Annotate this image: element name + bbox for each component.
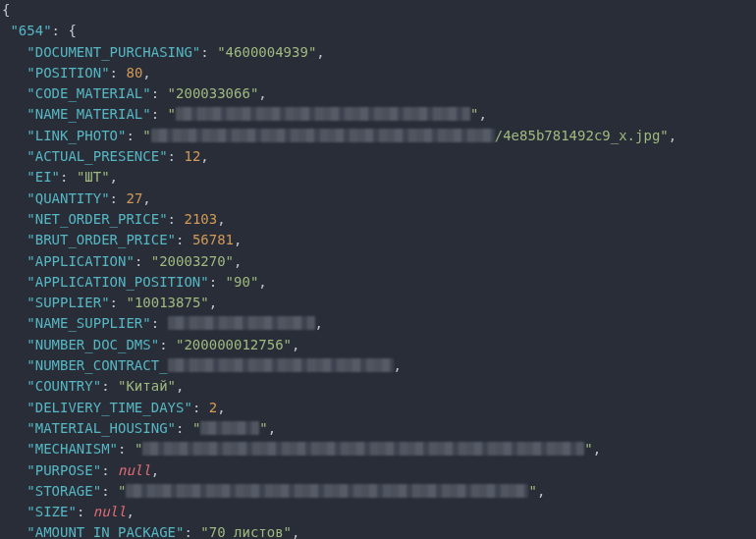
field-key: "NAME_SUPPLIER" bbox=[27, 315, 150, 331]
field-key: "AMOUNT_IN_PACKAGE" bbox=[27, 524, 184, 539]
field-value: , bbox=[168, 315, 323, 331]
field-value: "10013875", bbox=[126, 295, 217, 310]
field-value: "Китай", bbox=[118, 378, 184, 394]
field-key: "NAME_MATERIAL" bbox=[27, 106, 150, 122]
field-key: "EI" bbox=[27, 169, 60, 185]
field-value: 2, bbox=[209, 400, 226, 415]
field-key: "DOCUMENT_PURCHASING" bbox=[27, 44, 200, 60]
field-key: "MATERIAL_HOUSING" bbox=[27, 420, 176, 436]
field-key: "QUANTITY" bbox=[27, 190, 109, 206]
field-value: null, bbox=[118, 462, 159, 478]
field-value: "20003270", bbox=[151, 253, 243, 269]
field-key: "SIZE" bbox=[27, 504, 77, 519]
field-key: "PURPOSE" bbox=[27, 462, 101, 478]
json-code-view: { "654": { "DOCUMENT_PURCHASING": "46000… bbox=[0, 0, 756, 539]
field-key: "DELIVERY_TIME_DAYS" bbox=[27, 400, 192, 415]
field-value: "70 листов", bbox=[200, 524, 299, 539]
field-key: "MECHANISM" bbox=[27, 441, 118, 457]
field-value: "", bbox=[135, 441, 601, 457]
field-key: "POSITION" bbox=[27, 65, 109, 81]
field-value: "90", bbox=[226, 274, 267, 290]
field-value: "200000012756", bbox=[176, 337, 299, 352]
field-value: "200033066", bbox=[168, 85, 267, 101]
field-key: "NUMBER_DOC_DMS" bbox=[27, 337, 159, 352]
field-value: 27, bbox=[126, 190, 150, 206]
field-value: 2103, bbox=[184, 211, 225, 227]
field-value: "4600004939", bbox=[217, 44, 325, 60]
field-value: 56781, bbox=[192, 232, 243, 247]
field-value: "/4e85b781492c9_x.jpg", bbox=[142, 128, 676, 143]
field-value: null, bbox=[93, 504, 135, 519]
field-value: "ШТ", bbox=[77, 169, 118, 185]
field-value: 12, bbox=[184, 148, 208, 164]
field-key: "BRUT_ORDER_PRICE" bbox=[27, 232, 176, 247]
field-key: "NUMBER_CONTRACT_ bbox=[27, 357, 167, 373]
entry-brace: { bbox=[68, 23, 76, 38]
field-value: "", bbox=[192, 420, 276, 436]
entry-key: "654" bbox=[10, 23, 51, 38]
field-key: "NET_ORDER_PRICE" bbox=[27, 211, 167, 227]
field-key: "COUNTRY" bbox=[27, 378, 101, 394]
field-value: 80, bbox=[126, 65, 150, 81]
field-key: "SUPPLIER" bbox=[27, 295, 109, 310]
field-key: "APPLICATION" bbox=[27, 253, 135, 269]
top-brace: { bbox=[2, 2, 10, 18]
field-key: "CODE_MATERIAL" bbox=[27, 85, 150, 101]
field-value: "", bbox=[118, 483, 545, 499]
field-key: "LINK_PHOTO" bbox=[27, 128, 126, 143]
field-value: "", bbox=[168, 106, 487, 122]
field-key: "STORAGE" bbox=[27, 483, 101, 499]
field-key: "ACTUAL_PRESENCE" bbox=[27, 148, 167, 164]
field-key: "APPLICATION_POSITION" bbox=[27, 274, 208, 290]
